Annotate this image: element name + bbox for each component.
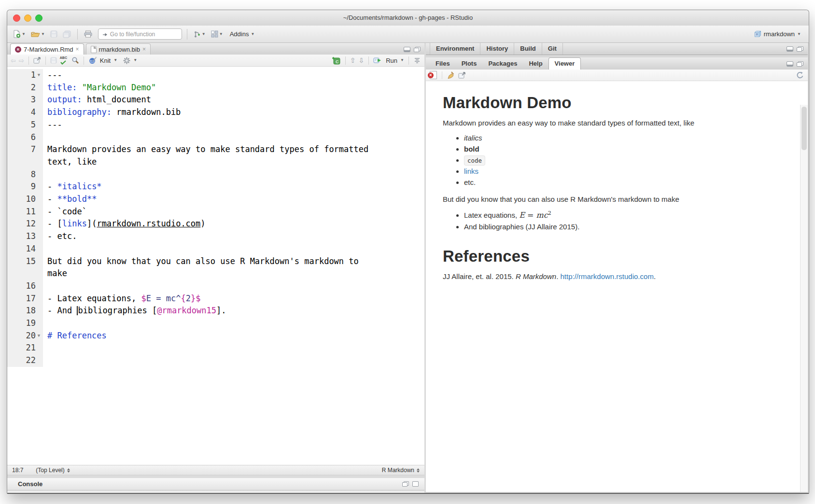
tab-plots[interactable]: Plots: [456, 58, 483, 70]
back-icon[interactable]: ⇦: [11, 57, 16, 64]
project-menu-button[interactable]: R rmarkdown ▼: [750, 29, 805, 39]
save-button[interactable]: [49, 29, 59, 39]
gear-icon[interactable]: [123, 57, 130, 64]
code-text: # References: [43, 330, 107, 342]
rendered-paragraph-1: Markdown provides an easy way to make st…: [443, 119, 779, 127]
new-file-button[interactable]: ▼: [11, 29, 27, 39]
maximize-source-icon[interactable]: [414, 47, 421, 52]
tab-help[interactable]: Help: [523, 58, 548, 70]
maximize-viewer-icon[interactable]: [797, 61, 803, 67]
reference-link[interactable]: http://rmarkdown.rstudio.com: [560, 272, 653, 280]
find-icon[interactable]: [71, 56, 79, 64]
line-number: 18: [7, 305, 36, 317]
editor-status-bar: 18:7 (Top Level) R Markdown: [7, 465, 424, 475]
save-doc-icon[interactable]: [50, 57, 57, 64]
knit-menu-caret[interactable]: ▼: [113, 58, 117, 62]
insert-chunk-icon[interactable]: C: [332, 56, 341, 65]
minimize-environment-icon[interactable]: [787, 46, 793, 52]
addins-button[interactable]: Addins ▼: [227, 29, 258, 39]
line-number: 12: [7, 218, 36, 230]
code-line: 12- [links](rmarkdown.rstudio.com): [7, 218, 424, 230]
fold-arrow-icon[interactable]: ▼: [36, 330, 42, 342]
line-number: 7: [7, 143, 36, 156]
panes-layout-button[interactable]: ▼: [210, 29, 225, 39]
go-next-section-icon[interactable]: ⇩: [358, 56, 364, 64]
popout-window-icon[interactable]: [33, 57, 41, 64]
line-gutter: 14: [7, 243, 43, 255]
spellcheck-icon[interactable]: ABC: [60, 56, 69, 64]
line-gutter: [7, 156, 43, 168]
broom-icon[interactable]: [447, 71, 454, 79]
goto-file-function-input[interactable]: Go to file/function: [98, 28, 182, 40]
gear-menu-caret[interactable]: ▼: [133, 58, 137, 62]
minimize-source-icon[interactable]: [404, 47, 410, 52]
refresh-icon[interactable]: [796, 71, 804, 79]
run-menu-caret[interactable]: ▼: [400, 58, 404, 62]
links-link[interactable]: links: [464, 167, 478, 175]
maximize-console-icon[interactable]: [412, 481, 419, 487]
fold-arrow-icon[interactable]: ▼: [36, 69, 42, 82]
run-icon[interactable]: [373, 57, 383, 64]
console-header[interactable]: Console: [7, 477, 424, 490]
code-line: 4bibliography: rmarkdown.bib: [7, 106, 424, 119]
code-segment: $: [141, 294, 146, 303]
goto-placeholder: Go to file/function: [110, 31, 155, 38]
tab-packages[interactable]: Packages: [482, 58, 523, 70]
line-gutter: 10: [7, 193, 43, 206]
print-button[interactable]: [83, 29, 94, 39]
code-segment: **bold**: [57, 194, 97, 204]
code-text: ---: [43, 69, 62, 82]
editor-tab[interactable]: R7-Markdown.Rmd×: [10, 43, 84, 55]
code-segment: ].: [216, 306, 226, 315]
tab-environment[interactable]: Environment: [430, 43, 480, 55]
code-segment: {: [181, 294, 185, 303]
code-text: - etc.: [43, 230, 77, 243]
viewer-scrollbar[interactable]: [800, 105, 808, 492]
line-gutter: 2: [7, 82, 43, 94]
code-text: - `code`: [43, 206, 87, 218]
code-line: make: [7, 267, 424, 280]
editor-tab[interactable]: rmarkdown.bib×: [86, 43, 151, 55]
knit-icon[interactable]: [88, 56, 97, 64]
code-text: [43, 243, 52, 255]
rmd-file-icon: R: [15, 46, 21, 53]
go-prev-section-icon[interactable]: ⇧: [350, 56, 356, 64]
code-segment: - `code`: [47, 207, 87, 216]
scope-selector[interactable]: (Top Level): [36, 467, 70, 474]
line-gutter: 15: [7, 255, 43, 268]
code-line: 2title: "Markdown Demo": [7, 82, 424, 94]
code-segment: "Markdown Demo": [82, 83, 156, 92]
editor-tab-label: 7-Markdown.Rmd: [24, 46, 73, 53]
doc-mode-selector[interactable]: R Markdown: [382, 467, 420, 474]
tab-history[interactable]: History: [480, 43, 514, 55]
clear-viewer-icon[interactable]: [430, 71, 437, 79]
console-title: Console: [18, 480, 42, 488]
right-panes: EnvironmentHistoryBuildGit FilesPlotsPac…: [426, 43, 808, 492]
tab-files[interactable]: Files: [430, 58, 456, 70]
version-control-icon: [194, 30, 201, 38]
viewer-popout-icon[interactable]: [458, 72, 466, 79]
code-editor[interactable]: 1▼---2title: "Markdown Demo"3output: htm…: [7, 67, 424, 465]
restore-console-icon[interactable]: [402, 481, 409, 487]
code-text: bibliography: rmarkdown.bib: [43, 106, 181, 119]
tab-build[interactable]: Build: [514, 43, 542, 55]
tab-git[interactable]: Git: [542, 43, 563, 55]
close-tab-icon[interactable]: ×: [142, 46, 146, 52]
editor-toolbar: ⇦ ⇨ ABC Knit: [7, 55, 424, 67]
maximize-environment-icon[interactable]: [797, 46, 803, 52]
open-file-button[interactable]: ▼: [29, 29, 46, 39]
rstudio-window: ~/Documents/rmarkdown - gh-pages - RStud…: [7, 10, 809, 494]
code-segment: - Latex equations,: [47, 294, 141, 303]
knit-button[interactable]: Knit: [100, 57, 111, 64]
code-line: 10- **bold**: [7, 193, 424, 206]
forward-icon[interactable]: ⇨: [19, 57, 24, 64]
minimize-viewer-icon[interactable]: [787, 61, 793, 67]
line-number: 3: [7, 94, 36, 106]
run-button[interactable]: Run: [386, 57, 397, 64]
close-tab-icon[interactable]: ×: [76, 46, 79, 52]
version-control-button[interactable]: ▼: [192, 29, 207, 39]
tab-viewer[interactable]: Viewer: [548, 57, 581, 70]
rerun-previous-icon[interactable]: [413, 57, 421, 63]
italic-text: italics: [464, 134, 482, 142]
save-all-button[interactable]: [61, 29, 72, 39]
